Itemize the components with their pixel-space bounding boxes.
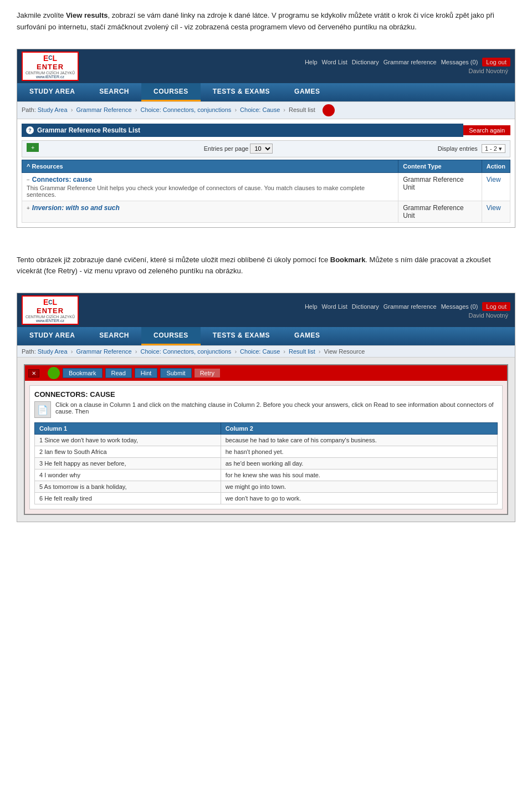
tab-courses[interactable]: COURSES	[141, 83, 201, 101]
tab-study-area[interactable]: STUDY AREA	[17, 83, 87, 101]
para1-bold1: View results	[66, 11, 108, 19]
breadcrumb-2: Path: Study Area › Grammar Reference › C…	[22, 348, 365, 355]
matching-row[interactable]: 1 Since we don't have to work today,beca…	[35, 435, 498, 446]
screenshot-1: ECL ENTER CENTRUM CIZÍCH JAZYKŮ www.iENT…	[17, 49, 515, 228]
breadcrumb-study-area[interactable]: Study Area	[38, 106, 68, 113]
tab-games[interactable]: GAMES	[282, 83, 332, 101]
nav-grammar[interactable]: Grammar reference	[383, 59, 437, 65]
col2-cell[interactable]: for he knew she was his soul mate.	[221, 470, 497, 481]
tab-search[interactable]: SEARCH	[87, 83, 141, 101]
resource-link-2[interactable]: Inversion: with so and such	[32, 204, 120, 212]
search-again-button[interactable]: Search again	[463, 125, 510, 135]
view-button-1[interactable]: View	[487, 176, 501, 183]
logout-button-2[interactable]: Log out	[482, 302, 510, 311]
col2-cell[interactable]: we might go into town.	[221, 481, 497, 493]
entries-select[interactable]: 10 20 50	[250, 144, 273, 154]
display-entries: Display entries 1 - 2 ▾	[438, 145, 505, 152]
nav-messages-2[interactable]: Messages (0)	[441, 303, 478, 310]
main-nav: STUDY AREA SEARCH COURSES TESTS & EXAMS …	[17, 83, 515, 101]
exercise-title: CONNECTORS: CAUSE	[34, 390, 498, 399]
top-nav-2: ECL ENTER CENTRUM CIZÍCH JAZYKŮ www.iENT…	[17, 293, 515, 327]
bc2-results[interactable]: Result list	[289, 348, 315, 355]
add-button[interactable]: +	[27, 143, 39, 152]
question-icon: ?	[26, 126, 34, 134]
breadcrumb-bar: Path: Study Area › Grammar Reference › C…	[17, 101, 515, 119]
matching-row[interactable]: 5 As tomorrow is a bank holiday,we might…	[35, 481, 498, 493]
paragraph-1: Jakmile zvolíte View results, zobrazí se…	[0, 0, 532, 43]
submit-button[interactable]: Submit	[160, 368, 191, 378]
breadcrumb-choice-cause[interactable]: Choice: Cause	[240, 106, 280, 113]
breadcrumb-connectors[interactable]: Choice: Connectors, conjunctions	[140, 106, 231, 113]
para2-text1: Tento obrázek již zobrazuje dané cvičení…	[17, 256, 330, 264]
nav-wordlist[interactable]: Word List	[322, 59, 347, 65]
close-button[interactable]: ✕	[28, 369, 39, 377]
col1-cell[interactable]: 5 As tomorrow is a bank holiday,	[35, 481, 221, 493]
hint-button[interactable]: Hint	[135, 368, 158, 378]
col2-header: Column 2	[221, 423, 497, 435]
tab-courses-2[interactable]: COURSES	[141, 327, 201, 345]
logo-enter: ENTER	[37, 63, 64, 71]
bc2-current: View Resource	[324, 348, 365, 355]
user-label-2: David Novotný	[468, 312, 510, 319]
nav-dictionary[interactable]: Dictionary	[352, 59, 379, 65]
resource-cell-2: +Inversion: with so and such	[22, 201, 398, 222]
breadcrumb-grammar[interactable]: Grammar Reference	[76, 106, 131, 113]
bc2-connectors[interactable]: Choice: Connectors, conjunctions	[140, 348, 231, 355]
col2-cell[interactable]: as he'd been working all day.	[221, 458, 497, 470]
resource-link-1[interactable]: Connectors: cause	[32, 176, 92, 183]
nav-help-2[interactable]: Help	[305, 303, 318, 310]
nav-wordlist-2[interactable]: Word List	[322, 303, 347, 310]
col2-cell[interactable]: we don't have to go to work.	[221, 493, 497, 504]
matching-row[interactable]: 6 He felt really tiredwe don't have to g…	[35, 493, 498, 504]
add-button-container: +	[27, 143, 39, 155]
expand-icon-2[interactable]: +	[27, 205, 30, 211]
col1-cell[interactable]: 2 Ian flew to South Africa	[35, 446, 221, 458]
bc2-study[interactable]: Study Area	[38, 348, 68, 355]
inner-toolbar: ✕ Bookmark Read Hint Submit Retry	[25, 365, 507, 381]
nav-help[interactable]: Help	[305, 59, 318, 65]
display-label: Display entries	[438, 145, 478, 152]
content-type-2: Grammar Reference Unit	[398, 201, 482, 222]
read-button[interactable]: Read	[105, 368, 132, 378]
col1-cell[interactable]: 4 I wonder why	[35, 470, 221, 481]
tab-study-area-2[interactable]: STUDY AREA	[17, 327, 87, 345]
logo-area: ECL ENTER CENTRUM CIZÍCH JAZYKŮ www.iENT…	[22, 52, 79, 81]
bc2-grammar[interactable]: Grammar Reference	[76, 348, 131, 355]
logo-sub: CENTRUM CIZÍCH JAZYKŮ	[25, 71, 75, 75]
tab-games-2[interactable]: GAMES	[282, 327, 332, 345]
retry-button[interactable]: Retry	[195, 369, 220, 377]
para1-text1: Jakmile zvolíte	[17, 11, 66, 19]
bookmark-button[interactable]: Bookmark	[63, 368, 103, 378]
col1-cell[interactable]: 3 He felt happy as never before,	[35, 458, 221, 470]
tab-tests[interactable]: TESTS & EXAMS	[201, 83, 282, 101]
logout-button[interactable]: Log out	[482, 58, 510, 67]
tab-tests-2[interactable]: TESTS & EXAMS	[201, 327, 282, 345]
logo-ecl: ECL	[43, 54, 57, 63]
display-value: 1 - 2 ▾	[482, 144, 505, 153]
view-button-2[interactable]: View	[487, 204, 501, 212]
exercise-box: CONNECTORS: CAUSE 📄 Click on a clause in…	[29, 385, 503, 509]
col1-cell[interactable]: 6 He felt really tired	[35, 493, 221, 504]
logo-box: ECL ENTER CENTRUM CIZÍCH JAZYKŮ www.iENT…	[22, 52, 79, 81]
bc2-choice[interactable]: Choice: Cause	[240, 348, 280, 355]
top-nav-right-2: Help Word List Dictionary Grammar refere…	[305, 302, 510, 319]
nav-grammar-2[interactable]: Grammar reference	[383, 303, 437, 310]
logo-area-2: ECL ENTER CENTRUM CIZÍCH JAZYKŮ www.iENT…	[22, 295, 79, 325]
matching-row[interactable]: 4 I wonder whyfor he knew she was his so…	[35, 470, 498, 481]
matching-row[interactable]: 2 Ian flew to South Africahe hasn't phon…	[35, 446, 498, 458]
col2-cell[interactable]: because he had to take care of his compa…	[221, 435, 497, 446]
logo-box-2: ECL ENTER CENTRUM CIZÍCH JAZYKŮ www.iENT…	[22, 295, 79, 325]
breadcrumb-current: Result list	[289, 106, 315, 113]
results-table: ^ Resources Content Type Action −Connect…	[22, 160, 510, 223]
logo-sub-2: CENTRUM CIZÍCH JAZYKŮ	[25, 315, 75, 319]
col1-cell[interactable]: 1 Since we don't have to work today,	[35, 435, 221, 446]
col2-cell[interactable]: he hasn't phoned yet.	[221, 446, 497, 458]
top-nav-links: Help Word List Dictionary Grammar refere…	[305, 58, 510, 67]
section-header-1: ? Grammar Reference Results List	[22, 124, 463, 137]
collapse-icon-1[interactable]: −	[27, 177, 30, 183]
matching-row[interactable]: 3 He felt happy as never before,as he'd …	[35, 458, 498, 470]
tab-search-2[interactable]: SEARCH	[87, 327, 141, 345]
inner-window: ✕ Bookmark Read Hint Submit Retry CONNEC…	[24, 364, 508, 515]
nav-dictionary-2[interactable]: Dictionary	[352, 303, 379, 310]
nav-messages[interactable]: Messages (0)	[441, 59, 478, 65]
